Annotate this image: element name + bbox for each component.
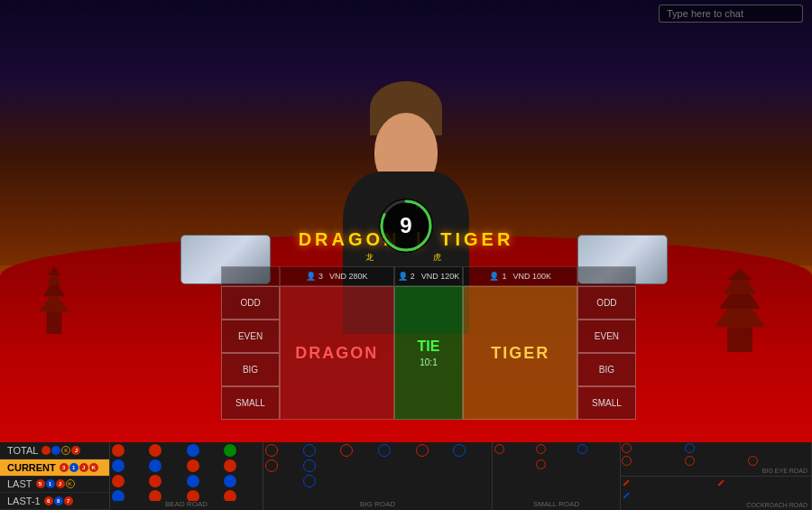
bet-tie[interactable]: TIE 10:1 [394,286,464,420]
tie-odds: 10:1 [420,357,437,367]
header-tiger-col: 👤 1 VND 100K [463,266,577,286]
bead-15 [224,475,236,487]
big-dot-empty-15 [453,490,466,501]
sr-dot-1 [494,444,504,454]
bet-small-left[interactable]: SMALL [221,386,280,420]
bead-3 [112,475,125,487]
bet-dragon[interactable]: DRAGON [280,286,394,420]
bead-7 [149,475,161,487]
svg-marker-8 [724,281,757,294]
svg-marker-2 [43,285,66,297]
cr-empty-1 [716,490,726,500]
ber-dot-4 [685,456,695,466]
sr-dot-3 [536,459,546,469]
ber-dot-2 [622,456,632,466]
bead-9 [187,444,199,457]
last-dot-2: 1 [46,479,55,488]
bet-odd-left[interactable]: ODD [221,286,280,320]
person-icon-3: 👤 [489,272,499,281]
stat-row-last1: LAST-1 6 8 7 [0,493,109,510]
big-dot-8 [416,444,429,457]
big-road-section: BIG ROAD [263,442,493,510]
bead-4 [112,490,125,501]
dot-blue-1 [51,446,60,455]
header-players-1: 3 [318,272,323,281]
header-amount-2: VND 120K [421,272,460,281]
bead-14 [224,459,236,472]
total-dots: K J [42,446,80,455]
sr-empty-1 [494,459,504,469]
small-road-grid [493,442,620,501]
bet-tiger[interactable]: TIGER [463,286,577,420]
svg-marker-3 [47,275,62,285]
header-dragon-col: 👤 3 VND 280K [280,266,394,286]
ber-dot-3 [685,443,695,453]
last-label: LAST [7,478,32,489]
sr-empty-6 [577,459,587,469]
bet-big-right[interactable]: BIG [577,353,636,386]
sr-dot-4 [577,444,587,454]
bead-2 [112,459,125,472]
tiger-label: TIGER [491,344,549,363]
ber-empty-1 [748,443,758,453]
big-dot-empty-14 [453,475,466,487]
bead-16 [224,490,236,501]
big-dot-9 [453,444,466,457]
stat-row-current: CURRENT 3 1 J K [0,459,109,477]
timer-container: 9 [379,199,433,253]
betting-grid: 👤 3 VND 280K 👤 2 VND 120K 👤 1 VND 100K O… [221,266,636,420]
chat-input[interactable] [659,5,803,23]
header-amount-3: VND 100K [512,272,551,281]
big-dot-empty-5 [340,475,353,487]
left-side-bets: ODD EVEN BIG SMALL [221,286,280,420]
person-icon-2: 👤 [398,272,408,281]
bead-1 [112,444,125,457]
bead-6 [149,459,161,472]
bet-even-right[interactable]: EVEN [577,320,636,353]
timer-background: 9 [379,199,433,253]
bet-big-left[interactable]: BIG [221,353,280,386]
total-label: TOTAL [7,445,38,456]
sr-empty-8 [577,490,587,500]
big-dot-4 [303,459,316,472]
big-dot-empty-12 [416,490,429,501]
cr-slash-1 [622,478,632,487]
cr-slash-2 [622,490,632,500]
bead-road-section: BEAD ROAD [110,442,263,510]
header-players-3: 1 [502,272,506,281]
sr-empty-4 [536,475,546,485]
small-road-label: SMALL ROAD [533,500,579,508]
stat-row-total: TOTAL K J [0,442,109,459]
bet-odd-right[interactable]: ODD [577,286,636,320]
cur-dot-3: J [79,463,88,472]
l1-dot-2: 8 [54,496,63,505]
svg-rect-5 [727,327,752,352]
cur-dot-1: 3 [60,463,69,472]
header-players-2: 2 [411,272,415,281]
pagoda-right-decoration [704,244,776,352]
header-amount-1: VND 280K [329,272,368,281]
big-dot-5 [303,475,316,487]
sr-dot-2 [536,444,546,454]
ber-dot-5 [748,456,758,466]
bet-even-left[interactable]: EVEN [221,320,280,353]
svg-marker-9 [727,269,752,281]
bead-road-grid [110,442,263,501]
bead-13 [224,444,236,457]
header-right-empty [577,266,636,286]
last-dot-1: 5 [36,479,45,488]
last1-dots: 6 8 7 [44,496,73,505]
cur-dot-4: K [89,463,98,472]
svg-marker-7 [719,293,761,309]
sr-empty-7 [577,475,587,485]
bead-8 [149,490,161,501]
small-road-section: SMALL ROAD [493,442,621,510]
sr-empty-2 [494,475,504,485]
bet-small-right[interactable]: SMALL [577,386,636,420]
big-dot-2 [265,459,278,472]
cur-dot-2: 1 [69,463,78,472]
svg-marker-1 [39,296,69,311]
svg-marker-6 [715,309,764,327]
big-dot-1 [265,444,278,457]
svg-marker-4 [48,266,60,275]
